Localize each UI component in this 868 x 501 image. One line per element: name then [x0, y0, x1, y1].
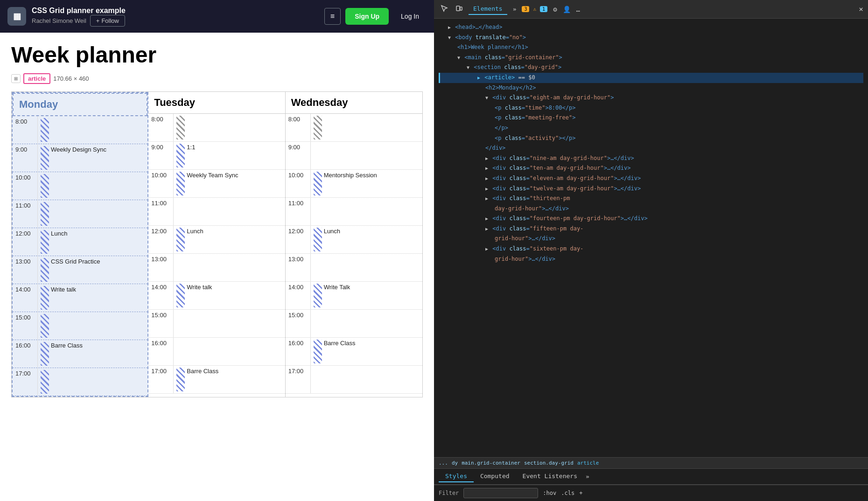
- table-row: 13:00 CSS Grid Practice: [13, 256, 147, 284]
- table-row: 8:00: [13, 116, 147, 144]
- collapse-triangle[interactable]: ▶: [485, 156, 488, 161]
- collapse-triangle[interactable]: ▼: [448, 35, 451, 40]
- hour-activity: [174, 338, 285, 365]
- tab-elements[interactable]: Elements: [469, 3, 507, 15]
- collapse-triangle[interactable]: ▶: [485, 226, 488, 231]
- topbar: ▦ CSS Grid planner example Rachel Simone…: [0, 0, 434, 33]
- hour-activity: [38, 172, 147, 200]
- overflow-menu[interactable]: …: [576, 6, 580, 13]
- activity-text: 1:1: [187, 144, 195, 167]
- html-line[interactable]: <h1>Week planner</h1>: [439, 42, 863, 53]
- html-line[interactable]: ▶ <div class="nine-am day-grid-hour">…</…: [439, 153, 863, 164]
- html-line[interactable]: ▶ <div class="sixteen-pm day-: [439, 244, 863, 254]
- collapse-triangle[interactable]: ▼: [485, 95, 488, 100]
- html-line[interactable]: ▼ <section class="day-grid">: [439, 63, 863, 73]
- collapse-triangle[interactable]: ▶: [448, 25, 451, 30]
- html-line[interactable]: day-grid-hour">…</div>: [439, 204, 863, 214]
- login-button[interactable]: Log In: [393, 8, 427, 25]
- more-tabs[interactable]: »: [513, 6, 517, 13]
- table-row: 8:00: [148, 114, 285, 142]
- device-toggle-button[interactable]: [454, 3, 465, 15]
- html-line[interactable]: ▶ <div class="ten-am day-grid-hour">…</d…: [439, 163, 863, 174]
- collapse-triangle[interactable]: ▶: [485, 246, 488, 251]
- wednesday-column: Wednesday 8:00 9:00 10:00 Mentorship Ses…: [286, 92, 422, 397]
- html-line[interactable]: <p class="time">8:00</p>: [439, 103, 863, 113]
- tab-computed[interactable]: Computed: [474, 471, 516, 482]
- breadcrumb-main[interactable]: main.grid-container: [462, 460, 520, 466]
- page-content: Week planner ⊞ article 170.66 × 460 Mond…: [0, 33, 434, 501]
- hour-label: 13:00: [13, 256, 38, 284]
- html-line[interactable]: ▶ <div class="twelve-am day-grid-hour">……: [439, 184, 863, 194]
- table-row: 17:00: [13, 368, 147, 396]
- collapse-triangle[interactable]: ▼: [467, 65, 469, 70]
- html-panel[interactable]: ▶ <head>…</head> ▼ <body translate="no">…: [434, 19, 868, 457]
- bottom-more-tabs[interactable]: »: [586, 473, 589, 480]
- devtools-panel: Elements » 3 ⚠ 1 ⚙ 👤 … × ▶ <head>…</head…: [434, 0, 868, 501]
- html-line[interactable]: grid-hour">…</div>: [439, 234, 863, 244]
- tab-styles[interactable]: Styles: [439, 471, 474, 482]
- svg-rect-0: [456, 6, 460, 11]
- html-line[interactable]: ▶ <div class="eleven-am day-grid-hour">……: [439, 174, 863, 184]
- breadcrumb-article[interactable]: article: [577, 460, 599, 466]
- topbar-info: CSS Grid planner example Rachel Simone W…: [32, 7, 319, 27]
- html-line[interactable]: ▶ <div class="thirteen-pm: [439, 194, 863, 204]
- html-line[interactable]: <p class="meeting-free">: [439, 113, 863, 123]
- table-row: 17:00: [286, 366, 422, 394]
- hour-activity: Weekly Design Sync: [38, 144, 147, 172]
- user-icon[interactable]: 👤: [563, 6, 571, 13]
- html-line[interactable]: ▶ <div class="fifteen-pm day-: [439, 224, 863, 234]
- table-row: 12:00 Lunch: [13, 228, 147, 256]
- activity-text: Write talk: [187, 284, 212, 307]
- html-line[interactable]: <h2>Monday</h2>: [439, 83, 863, 93]
- hour-activity: Mentorship Session: [311, 170, 422, 197]
- collapse-triangle[interactable]: ▶: [477, 75, 480, 80]
- filter-plus[interactable]: +: [579, 490, 582, 496]
- activity-text: Barre Class: [324, 340, 356, 363]
- signup-button[interactable]: Sign Up: [345, 8, 389, 25]
- table-row: 13:00: [148, 254, 285, 282]
- hour-activity: [311, 114, 422, 141]
- hour-activity: [311, 310, 422, 337]
- stripe-icon: [41, 174, 49, 198]
- stripe-icon: [176, 172, 185, 195]
- hour-activity: CSS Grid Practice: [38, 256, 147, 284]
- html-line[interactable]: grid-hour">…</div>: [439, 254, 863, 264]
- filter-cls[interactable]: .cls: [561, 490, 574, 496]
- collapse-triangle[interactable]: ▶: [485, 196, 488, 201]
- collapse-triangle[interactable]: ▶: [485, 176, 488, 181]
- hour-label: 9:00: [286, 142, 311, 169]
- follow-button[interactable]: Follow: [90, 15, 125, 27]
- tab-event-listeners[interactable]: Event Listeners: [516, 471, 584, 482]
- close-button[interactable]: ×: [859, 5, 863, 14]
- stripe-gray-icon: [314, 116, 322, 139]
- breadcrumb-dy[interactable]: dy: [452, 460, 458, 466]
- html-line[interactable]: ▼ <body translate="no">: [439, 33, 863, 43]
- html-line[interactable]: </div>: [439, 143, 863, 153]
- html-line[interactable]: ▶ <head>…</head>: [439, 22, 863, 33]
- hour-label: 13:00: [148, 254, 174, 281]
- filter-label: Filter: [439, 490, 459, 496]
- svg-rect-1: [460, 7, 462, 10]
- stripe-icon: [176, 284, 185, 307]
- collapse-triangle[interactable]: ▶: [485, 216, 488, 221]
- html-line[interactable]: ▼ <main class="grid-container">: [439, 53, 863, 63]
- inspect-element-button[interactable]: [439, 3, 450, 15]
- hour-activity: [311, 198, 422, 225]
- html-line[interactable]: </p>: [439, 123, 863, 133]
- inspector-badge: ⊞ article 170.66 × 460: [11, 73, 89, 84]
- grid-icon: ⊞: [11, 74, 21, 83]
- hamburger-button[interactable]: ≡: [324, 8, 341, 25]
- filter-input[interactable]: [463, 488, 538, 498]
- collapse-triangle[interactable]: ▼: [457, 55, 460, 60]
- html-line[interactable]: ▶ <div class="fourteen-pm day-grid-hour"…: [439, 214, 863, 224]
- filter-hover[interactable]: :hov: [543, 490, 556, 496]
- html-line[interactable]: <p class="activity"></p>: [439, 133, 863, 144]
- settings-icon[interactable]: ⚙: [553, 6, 557, 13]
- html-line[interactable]: ▼ <div class="eight-am day-grid-hour">: [439, 93, 863, 103]
- html-line-selected[interactable]: ▶ <article> == $0: [439, 73, 863, 83]
- hour-label: 16:00: [286, 338, 311, 365]
- collapse-triangle[interactable]: ▶: [485, 166, 488, 171]
- breadcrumb-section[interactable]: section.day-grid: [524, 460, 574, 466]
- table-row: 9:00 1:1: [148, 142, 285, 170]
- collapse-triangle[interactable]: ▶: [485, 186, 488, 191]
